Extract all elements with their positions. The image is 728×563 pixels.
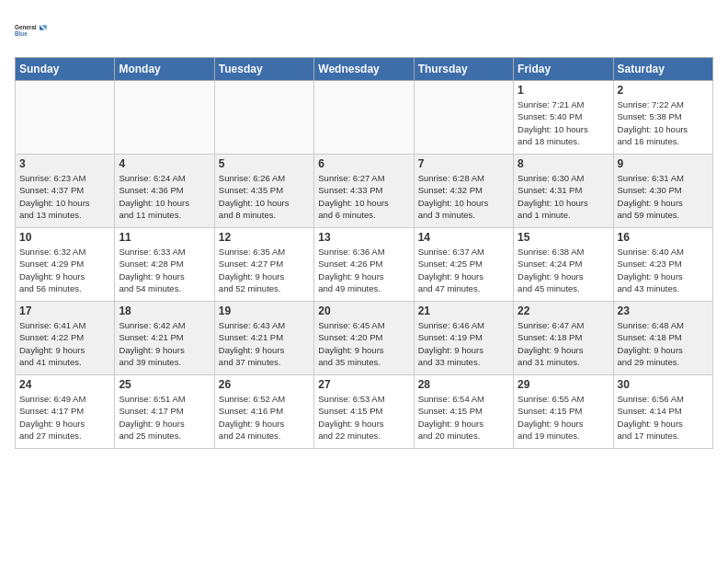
day-cell: 10Sunrise: 6:32 AM Sunset: 4:29 PM Dayli… <box>16 228 115 302</box>
day-info: Sunrise: 6:52 AM Sunset: 4:16 PM Dayligh… <box>219 393 310 442</box>
day-cell <box>314 81 414 155</box>
day-info: Sunrise: 6:54 AM Sunset: 4:15 PM Dayligh… <box>418 393 509 442</box>
logo: GeneralBlue <box>15 15 48 48</box>
day-info: Sunrise: 7:22 AM Sunset: 5:38 PM Dayligh… <box>618 98 709 147</box>
calendar-body: 1Sunrise: 7:21 AM Sunset: 5:40 PM Daylig… <box>16 81 713 449</box>
day-cell: 6Sunrise: 6:27 AM Sunset: 4:33 PM Daylig… <box>314 155 414 228</box>
day-number: 7 <box>418 157 509 170</box>
day-info: Sunrise: 6:47 AM Sunset: 4:18 PM Dayligh… <box>518 319 609 368</box>
day-number: 26 <box>219 378 310 391</box>
day-cell: 25Sunrise: 6:51 AM Sunset: 4:17 PM Dayli… <box>115 375 214 449</box>
day-cell <box>414 81 513 155</box>
day-cell: 21Sunrise: 6:46 AM Sunset: 4:19 PM Dayli… <box>414 302 513 375</box>
day-cell: 1Sunrise: 7:21 AM Sunset: 5:40 PM Daylig… <box>514 81 613 155</box>
header-cell-monday: Monday <box>115 58 214 81</box>
day-cell: 18Sunrise: 6:42 AM Sunset: 4:21 PM Dayli… <box>115 302 214 375</box>
week-row-4: 17Sunrise: 6:41 AM Sunset: 4:22 PM Dayli… <box>16 302 713 375</box>
day-number: 1 <box>518 84 609 97</box>
day-info: Sunrise: 6:36 AM Sunset: 4:26 PM Dayligh… <box>318 246 409 294</box>
day-info: Sunrise: 6:33 AM Sunset: 4:28 PM Dayligh… <box>119 246 210 294</box>
calendar-header: SundayMondayTuesdayWednesdayThursdayFrid… <box>16 58 713 81</box>
header-row: SundayMondayTuesdayWednesdayThursdayFrid… <box>16 58 713 81</box>
day-info: Sunrise: 6:42 AM Sunset: 4:21 PM Dayligh… <box>119 319 210 368</box>
day-number: 14 <box>418 231 509 244</box>
day-number: 22 <box>518 304 609 317</box>
week-row-3: 10Sunrise: 6:32 AM Sunset: 4:29 PM Dayli… <box>16 228 713 302</box>
day-info: Sunrise: 6:49 AM Sunset: 4:17 PM Dayligh… <box>19 393 110 442</box>
day-info: Sunrise: 6:27 AM Sunset: 4:33 PM Dayligh… <box>318 172 409 221</box>
day-info: Sunrise: 6:53 AM Sunset: 4:15 PM Dayligh… <box>318 393 409 442</box>
page-header: GeneralBlue <box>15 15 713 48</box>
day-info: Sunrise: 6:45 AM Sunset: 4:20 PM Dayligh… <box>318 319 409 368</box>
logo-icon: GeneralBlue <box>15 15 48 48</box>
day-cell <box>214 81 313 155</box>
day-info: Sunrise: 6:24 AM Sunset: 4:36 PM Dayligh… <box>119 172 210 221</box>
day-number: 13 <box>318 231 409 244</box>
header-cell-wednesday: Wednesday <box>314 58 414 81</box>
day-info: Sunrise: 6:56 AM Sunset: 4:14 PM Dayligh… <box>618 393 709 442</box>
day-number: 3 <box>19 157 110 170</box>
day-cell: 27Sunrise: 6:53 AM Sunset: 4:15 PM Dayli… <box>314 375 414 449</box>
day-info: Sunrise: 6:38 AM Sunset: 4:24 PM Dayligh… <box>518 246 609 294</box>
day-number: 29 <box>518 378 609 391</box>
week-row-2: 3Sunrise: 6:23 AM Sunset: 4:37 PM Daylig… <box>16 155 713 228</box>
day-number: 2 <box>618 84 709 97</box>
day-number: 25 <box>119 378 210 391</box>
day-number: 4 <box>119 157 210 170</box>
day-cell: 12Sunrise: 6:35 AM Sunset: 4:27 PM Dayli… <box>214 228 313 302</box>
header-cell-saturday: Saturday <box>613 58 712 81</box>
day-cell: 7Sunrise: 6:28 AM Sunset: 4:32 PM Daylig… <box>414 155 513 228</box>
day-cell: 5Sunrise: 6:26 AM Sunset: 4:35 PM Daylig… <box>214 155 313 228</box>
day-cell: 29Sunrise: 6:55 AM Sunset: 4:15 PM Dayli… <box>514 375 613 449</box>
day-number: 6 <box>318 157 409 170</box>
day-cell: 15Sunrise: 6:38 AM Sunset: 4:24 PM Dayli… <box>514 228 613 302</box>
day-number: 17 <box>19 304 110 317</box>
day-cell <box>115 81 214 155</box>
day-number: 5 <box>219 157 310 170</box>
day-number: 24 <box>19 378 110 391</box>
header-cell-friday: Friday <box>514 58 613 81</box>
day-cell: 4Sunrise: 6:24 AM Sunset: 4:36 PM Daylig… <box>115 155 214 228</box>
day-number: 15 <box>518 231 609 244</box>
day-cell: 17Sunrise: 6:41 AM Sunset: 4:22 PM Dayli… <box>16 302 115 375</box>
day-cell: 30Sunrise: 6:56 AM Sunset: 4:14 PM Dayli… <box>613 375 712 449</box>
day-number: 12 <box>219 231 310 244</box>
day-number: 30 <box>618 378 709 391</box>
calendar-table: SundayMondayTuesdayWednesdayThursdayFrid… <box>15 57 713 449</box>
day-info: Sunrise: 6:28 AM Sunset: 4:32 PM Dayligh… <box>418 172 509 221</box>
day-info: Sunrise: 6:31 AM Sunset: 4:30 PM Dayligh… <box>618 172 709 221</box>
week-row-5: 24Sunrise: 6:49 AM Sunset: 4:17 PM Dayli… <box>16 375 713 449</box>
day-info: Sunrise: 6:23 AM Sunset: 4:37 PM Dayligh… <box>19 172 110 221</box>
day-info: Sunrise: 6:51 AM Sunset: 4:17 PM Dayligh… <box>119 393 210 442</box>
day-info: Sunrise: 6:40 AM Sunset: 4:23 PM Dayligh… <box>618 246 709 294</box>
day-info: Sunrise: 6:55 AM Sunset: 4:15 PM Dayligh… <box>518 393 609 442</box>
day-cell: 8Sunrise: 6:30 AM Sunset: 4:31 PM Daylig… <box>514 155 613 228</box>
day-number: 11 <box>119 231 210 244</box>
day-info: Sunrise: 6:35 AM Sunset: 4:27 PM Dayligh… <box>219 246 310 294</box>
day-cell: 14Sunrise: 6:37 AM Sunset: 4:25 PM Dayli… <box>414 228 513 302</box>
day-info: Sunrise: 6:30 AM Sunset: 4:31 PM Dayligh… <box>518 172 609 221</box>
day-number: 8 <box>518 157 609 170</box>
header-cell-sunday: Sunday <box>16 58 115 81</box>
day-cell: 22Sunrise: 6:47 AM Sunset: 4:18 PM Dayli… <box>514 302 613 375</box>
header-cell-thursday: Thursday <box>414 58 513 81</box>
day-info: Sunrise: 6:37 AM Sunset: 4:25 PM Dayligh… <box>418 246 509 294</box>
day-number: 21 <box>418 304 509 317</box>
day-number: 27 <box>318 378 409 391</box>
day-cell: 9Sunrise: 6:31 AM Sunset: 4:30 PM Daylig… <box>613 155 712 228</box>
day-cell: 26Sunrise: 6:52 AM Sunset: 4:16 PM Dayli… <box>214 375 313 449</box>
day-number: 23 <box>618 304 709 317</box>
day-info: Sunrise: 7:21 AM Sunset: 5:40 PM Dayligh… <box>518 98 609 147</box>
day-number: 16 <box>618 231 709 244</box>
day-number: 20 <box>318 304 409 317</box>
day-cell <box>16 81 115 155</box>
day-cell: 3Sunrise: 6:23 AM Sunset: 4:37 PM Daylig… <box>16 155 115 228</box>
day-cell: 23Sunrise: 6:48 AM Sunset: 4:18 PM Dayli… <box>613 302 712 375</box>
day-info: Sunrise: 6:48 AM Sunset: 4:18 PM Dayligh… <box>618 319 709 368</box>
day-number: 10 <box>19 231 110 244</box>
day-number: 18 <box>119 304 210 317</box>
day-cell: 11Sunrise: 6:33 AM Sunset: 4:28 PM Dayli… <box>115 228 214 302</box>
header-cell-tuesday: Tuesday <box>214 58 313 81</box>
day-info: Sunrise: 6:46 AM Sunset: 4:19 PM Dayligh… <box>418 319 509 368</box>
day-number: 9 <box>618 157 709 170</box>
